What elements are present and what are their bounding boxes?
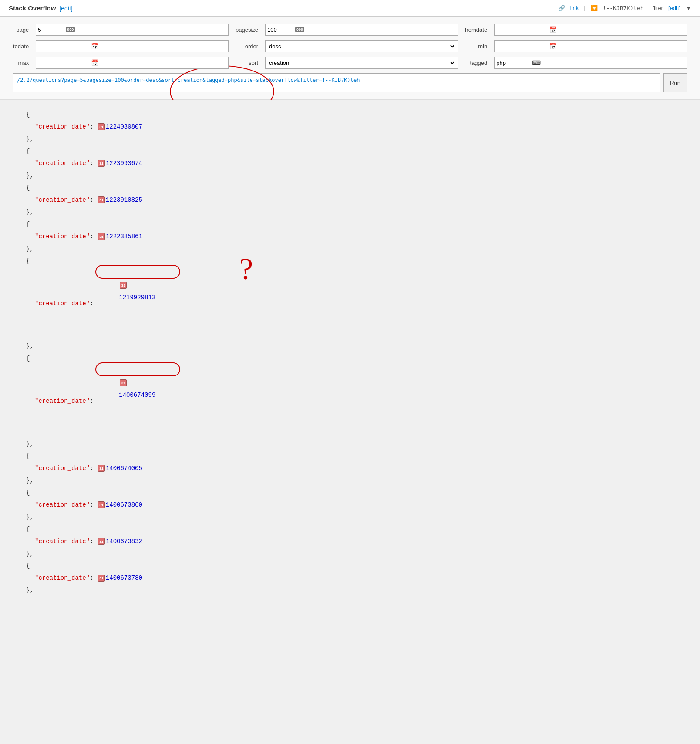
- json-item-8: "creation_date" : 31 1400673832: [35, 535, 683, 548]
- fromdate-input[interactable]: [496, 27, 549, 33]
- cal-icon-3: 31: [98, 233, 105, 240]
- order-select-wrapper: desc asc: [265, 40, 458, 52]
- json-item-5: "creation_date" : 31 1400674099: [35, 365, 683, 438]
- fromdate-label: fromdate: [465, 27, 487, 33]
- pagesize-label: pagesize: [236, 27, 258, 33]
- question-mark-annotation: ?: [239, 254, 253, 284]
- cal-icon-7: 31: [98, 501, 105, 508]
- order-select[interactable]: desc asc: [267, 43, 456, 50]
- json-output-area: { "creation_date" : 31 1224030807 }, { "…: [0, 100, 700, 605]
- sort-label: sort: [236, 60, 258, 66]
- min-input[interactable]: [496, 43, 549, 50]
- annotated-value-4: 31 1219929813: [97, 267, 155, 340]
- json-item-4: "creation_date" : 31 1219929813 ?: [35, 267, 683, 340]
- header-filter-edit-link[interactable]: [edit]: [668, 5, 680, 11]
- filter-text: !--KJB7K)teh_: [603, 5, 647, 11]
- max-calendar-icon[interactable]: 📅: [91, 59, 98, 66]
- min-input-wrapper: 📅: [494, 40, 687, 52]
- json-item-6: "creation_date" : 31 1400674005: [35, 462, 683, 474]
- divider: |: [584, 5, 585, 11]
- circle-annotation-4: [95, 265, 180, 279]
- json-item-9: "creation_date" : 31 1400673780: [35, 572, 683, 584]
- tagged-label: tagged: [465, 60, 487, 66]
- todate-input-wrapper: 📅: [36, 40, 229, 52]
- max-input-wrapper: 📅: [36, 57, 229, 69]
- page-label: page: [13, 27, 29, 33]
- pagesize-input[interactable]: [267, 27, 293, 33]
- tagged-icon: ⌨: [532, 59, 541, 66]
- sort-select-wrapper: creation activity votes hot week month: [265, 57, 458, 69]
- filter-label: filter: [652, 5, 663, 11]
- page-badge: 999: [66, 27, 75, 32]
- order-label: order: [236, 43, 258, 50]
- todate-calendar-icon[interactable]: 📅: [91, 43, 98, 50]
- site-name: Stack Overflow: [9, 4, 56, 12]
- json-item-7: "creation_date" : 31 1400673860: [35, 499, 683, 511]
- controls-grid: page 999 pagesize 999 fromdate 📅 todate …: [13, 24, 687, 69]
- header-right: 🔗 link | 🔽 !--KJB7K)teh_ filter [edit] ▼: [558, 5, 691, 11]
- controls-area: page 999 pagesize 999 fromdate 📅 todate …: [0, 17, 700, 100]
- page-input-wrapper: 999: [36, 24, 229, 36]
- page-input[interactable]: [38, 27, 64, 33]
- json-line-open-brace: {: [26, 108, 683, 121]
- json-item-1: "creation_date" : 31 1223993674: [35, 157, 683, 169]
- pagesize-badge: 999: [295, 27, 304, 32]
- sort-select[interactable]: creation activity votes hot week month: [267, 59, 456, 67]
- link-icon: 🔗: [558, 5, 565, 11]
- min-label: min: [465, 43, 487, 50]
- header-edit-link[interactable]: [edit]: [59, 5, 72, 12]
- link-button[interactable]: link: [570, 5, 579, 11]
- circle-annotation-5: [95, 362, 180, 376]
- fromdate-calendar-icon[interactable]: 📅: [549, 26, 557, 33]
- pagesize-input-wrapper: 999: [265, 24, 458, 36]
- tagged-input[interactable]: [496, 60, 531, 66]
- todate-input[interactable]: [38, 43, 90, 50]
- header-left: Stack Overflow [edit]: [9, 4, 73, 12]
- annotated-value-5: 31 1400674099: [97, 365, 155, 438]
- cal-icon-9: 31: [98, 575, 105, 582]
- todate-label: todate: [13, 43, 29, 50]
- max-label: max: [13, 60, 29, 66]
- cal-icon-0: 31: [98, 123, 105, 130]
- min-calendar-icon[interactable]: 📅: [549, 43, 557, 50]
- json-item-3: "creation_date" : 31 1222385861: [35, 230, 683, 243]
- dropdown-arrow-icon[interactable]: ▼: [686, 5, 691, 11]
- url-row: /2.2/questions?page=5&pagesize=100&order…: [13, 73, 687, 92]
- max-input[interactable]: [38, 60, 90, 66]
- tagged-input-wrapper: ⌨: [494, 57, 687, 69]
- filter-icon: 🔽: [591, 5, 598, 11]
- json-item-0: "creation_date" : 31 1224030807: [17, 121, 683, 133]
- cal-icon-5: 31: [120, 379, 127, 386]
- url-display[interactable]: /2.2/questions?page=5&pagesize=100&order…: [13, 73, 660, 92]
- fromdate-input-wrapper: 📅: [494, 24, 687, 36]
- json-item-2: "creation_date" : 31 1223910825: [35, 194, 683, 206]
- cal-icon-4: 31: [120, 282, 127, 289]
- cal-icon-2: 31: [98, 196, 105, 203]
- cal-icon-6: 31: [98, 465, 105, 472]
- cal-icon-8: 31: [98, 538, 105, 545]
- header-bar: Stack Overflow [edit] 🔗 link | 🔽 !--KJB7…: [0, 0, 700, 17]
- cal-icon-1: 31: [98, 160, 105, 167]
- run-button[interactable]: Run: [663, 73, 687, 92]
